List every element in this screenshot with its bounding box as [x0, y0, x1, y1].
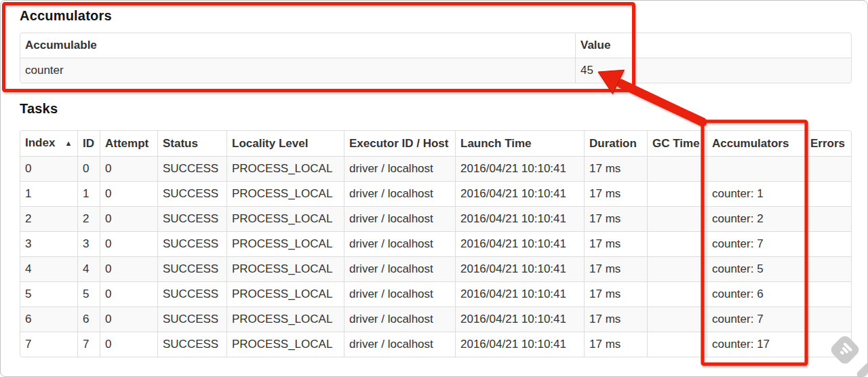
task-col-header-attempt[interactable]: Attempt: [100, 131, 157, 156]
task-cell-errors: [805, 281, 851, 306]
task-cell-id: 6: [77, 306, 100, 332]
task-cell-index: 7: [20, 332, 77, 357]
task-row: 110SUCCESSPROCESS_LOCALdriver / localhos…: [20, 181, 851, 206]
task-col-header-index[interactable]: Index▲: [20, 131, 77, 156]
task-cell-duration: 17 ms: [584, 181, 647, 206]
task-cell-gc-time: [647, 156, 707, 181]
task-col-header-executor-id-host[interactable]: Executor ID / Host: [344, 131, 455, 156]
task-col-header-launch-time[interactable]: Launch Time: [455, 131, 584, 156]
task-cell-launch-time: 2016/04/21 10:10:41: [455, 281, 584, 306]
task-row: 440SUCCESSPROCESS_LOCALdriver / localhos…: [20, 256, 851, 281]
task-cell-locality-level: PROCESS_LOCAL: [226, 281, 344, 306]
task-cell-duration: 17 ms: [584, 332, 647, 357]
accumulable-cell-accumulable: counter: [20, 58, 575, 83]
accumulable-cell-value: 45: [575, 58, 851, 83]
task-cell-index: 3: [20, 231, 77, 256]
task-cell-accumulators: counter: 17: [707, 332, 805, 357]
task-cell-attempt: 0: [100, 181, 157, 206]
tasks-section-heading: Tasks: [20, 101, 58, 117]
task-cell-errors: [805, 231, 851, 256]
task-cell-accumulators: counter: 1: [707, 181, 805, 206]
task-cell-status: SUCCESS: [157, 256, 226, 281]
task-cell-errors: [805, 206, 851, 231]
task-cell-executor-id-host: driver / localhost: [344, 156, 455, 181]
tasks-table: Index▲IDAttemptStatusLocality LevelExecu…: [20, 130, 852, 357]
task-cell-accumulators: counter: 2: [707, 206, 805, 231]
task-cell-gc-time: [647, 231, 707, 256]
task-cell-gc-time: [647, 306, 707, 332]
task-cell-locality-level: PROCESS_LOCAL: [226, 206, 344, 231]
task-cell-launch-time: 2016/04/21 10:10:41: [455, 256, 584, 281]
task-cell-locality-level: PROCESS_LOCAL: [226, 156, 344, 181]
task-cell-locality-level: PROCESS_LOCAL: [226, 231, 344, 256]
task-cell-id: 1: [77, 181, 100, 206]
task-col-header-locality-level[interactable]: Locality Level: [226, 131, 344, 156]
task-cell-status: SUCCESS: [157, 181, 226, 206]
task-cell-attempt: 0: [100, 256, 157, 281]
task-cell-attempt: 0: [100, 281, 157, 306]
task-cell-attempt: 0: [100, 206, 157, 231]
task-col-header-status[interactable]: Status: [157, 131, 226, 156]
task-cell-duration: 17 ms: [584, 306, 647, 332]
task-cell-duration: 17 ms: [584, 156, 647, 181]
accumulators-section-heading: Accumulators: [20, 8, 112, 24]
task-cell-executor-id-host: driver / localhost: [344, 332, 455, 357]
task-cell-status: SUCCESS: [157, 332, 226, 357]
task-row: 770SUCCESSPROCESS_LOCALdriver / localhos…: [20, 332, 851, 357]
watermark-corner-icon: [856, 362, 868, 377]
accumulators-table: AccumulableValue counter45: [20, 33, 852, 83]
task-cell-gc-time: [647, 256, 707, 281]
task-cell-id: 2: [77, 206, 100, 231]
task-col-header-gc-time[interactable]: GC Time: [647, 131, 707, 156]
task-cell-locality-level: PROCESS_LOCAL: [226, 256, 344, 281]
task-cell-id: 4: [77, 256, 100, 281]
task-col-header-id[interactable]: ID: [77, 131, 100, 156]
task-cell-index: 1: [20, 181, 77, 206]
accumulable-col-header-accumulable: Accumulable: [20, 33, 575, 58]
task-col-header-accumulators[interactable]: Accumulators: [707, 131, 805, 156]
task-cell-launch-time: 2016/04/21 10:10:41: [455, 231, 584, 256]
task-cell-executor-id-host: driver / localhost: [344, 181, 455, 206]
task-cell-index: 6: [20, 306, 77, 332]
spark-stage-page: Accumulators AccumulableValue counter45 …: [0, 0, 868, 377]
task-row: 220SUCCESSPROCESS_LOCALdriver / localhos…: [20, 206, 851, 231]
task-cell-accumulators: counter: 5: [707, 256, 805, 281]
task-cell-gc-time: [647, 281, 707, 306]
task-cell-id: 0: [77, 156, 100, 181]
task-cell-errors: [805, 256, 851, 281]
task-col-header-errors[interactable]: Errors: [805, 131, 851, 156]
task-cell-duration: 17 ms: [584, 206, 647, 231]
tasks-table-header-row: Index▲IDAttemptStatusLocality LevelExecu…: [20, 131, 851, 156]
task-cell-gc-time: [647, 332, 707, 357]
task-cell-duration: 17 ms: [584, 231, 647, 256]
task-cell-id: 3: [77, 231, 100, 256]
task-cell-executor-id-host: driver / localhost: [344, 281, 455, 306]
task-cell-launch-time: 2016/04/21 10:10:41: [455, 332, 584, 357]
task-cell-errors: [805, 306, 851, 332]
task-cell-id: 5: [77, 281, 100, 306]
annotation-arrow-shaft: [620, 83, 703, 122]
task-cell-attempt: 0: [100, 156, 157, 181]
task-cell-accumulators: counter: 7: [707, 306, 805, 332]
task-cell-executor-id-host: driver / localhost: [344, 206, 455, 231]
task-cell-status: SUCCESS: [157, 306, 226, 332]
task-cell-executor-id-host: driver / localhost: [344, 306, 455, 332]
task-cell-index: 5: [20, 281, 77, 306]
task-cell-index: 2: [20, 206, 77, 231]
task-cell-duration: 17 ms: [584, 256, 647, 281]
task-cell-launch-time: 2016/04/21 10:10:41: [455, 306, 584, 332]
task-row: 550SUCCESSPROCESS_LOCALdriver / localhos…: [20, 281, 851, 306]
task-cell-gc-time: [647, 206, 707, 231]
sort-ascending-icon: ▲: [64, 136, 72, 151]
accumulable-col-header-value: Value: [575, 33, 851, 58]
task-cell-status: SUCCESS: [157, 206, 226, 231]
task-cell-locality-level: PROCESS_LOCAL: [226, 181, 344, 206]
task-cell-accumulators: [707, 156, 805, 181]
task-cell-errors: [805, 156, 851, 181]
task-cell-index: 0: [20, 156, 77, 181]
task-cell-gc-time: [647, 181, 707, 206]
task-col-header-duration[interactable]: Duration: [584, 131, 647, 156]
task-row: 660SUCCESSPROCESS_LOCALdriver / localhos…: [20, 306, 851, 332]
task-cell-launch-time: 2016/04/21 10:10:41: [455, 206, 584, 231]
task-cell-executor-id-host: driver / localhost: [344, 231, 455, 256]
